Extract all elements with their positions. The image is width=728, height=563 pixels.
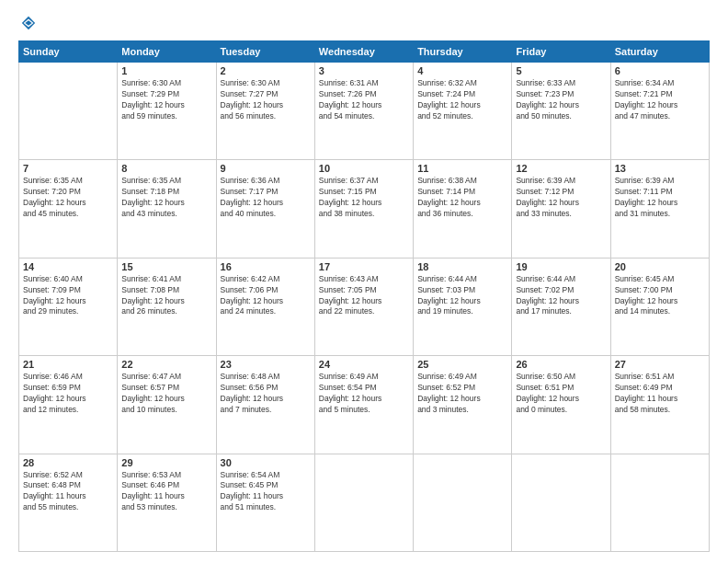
calendar-cell: 4Sunrise: 6:32 AMSunset: 7:24 PMDaylight… xyxy=(414,63,512,160)
day-info: Sunrise: 6:53 AMSunset: 6:46 PMDaylight:… xyxy=(121,470,211,514)
day-info: Sunrise: 6:33 AMSunset: 7:23 PMDaylight:… xyxy=(516,78,606,122)
day-number: 7 xyxy=(23,163,113,174)
day-info: Sunrise: 6:38 AMSunset: 7:14 PMDaylight:… xyxy=(417,176,507,220)
day-info: Sunrise: 6:45 AMSunset: 7:00 PMDaylight:… xyxy=(615,274,705,318)
day-info: Sunrise: 6:41 AMSunset: 7:08 PMDaylight:… xyxy=(121,274,211,318)
day-info: Sunrise: 6:34 AMSunset: 7:21 PMDaylight:… xyxy=(615,78,705,122)
calendar-cell: 24Sunrise: 6:49 AMSunset: 6:54 PMDayligh… xyxy=(314,356,413,454)
calendar-cell: 19Sunrise: 6:44 AMSunset: 7:02 PMDayligh… xyxy=(512,258,610,355)
calendar-week-row: 7Sunrise: 6:35 AMSunset: 7:20 PMDaylight… xyxy=(19,160,710,258)
calendar-cell: 30Sunrise: 6:54 AMSunset: 6:45 PMDayligh… xyxy=(216,454,314,551)
calendar-cell: 3Sunrise: 6:31 AMSunset: 7:26 PMDaylight… xyxy=(314,63,413,160)
weekday-header: Thursday xyxy=(414,41,512,63)
day-number: 18 xyxy=(417,261,507,272)
header xyxy=(18,15,710,31)
day-info: Sunrise: 6:50 AMSunset: 6:51 PMDaylight:… xyxy=(516,372,606,416)
calendar-cell: 15Sunrise: 6:41 AMSunset: 7:08 PMDayligh… xyxy=(118,258,216,355)
day-info: Sunrise: 6:43 AMSunset: 7:05 PMDaylight:… xyxy=(319,274,409,318)
calendar-cell: 22Sunrise: 6:47 AMSunset: 6:57 PMDayligh… xyxy=(118,356,216,454)
calendar-cell xyxy=(19,63,118,160)
calendar-cell: 23Sunrise: 6:48 AMSunset: 6:56 PMDayligh… xyxy=(216,356,314,454)
day-number: 14 xyxy=(23,261,113,272)
weekday-header: Sunday xyxy=(19,41,118,63)
calendar-cell: 7Sunrise: 6:35 AMSunset: 7:20 PMDaylight… xyxy=(19,160,118,258)
calendar-cell: 14Sunrise: 6:40 AMSunset: 7:09 PMDayligh… xyxy=(19,258,118,355)
calendar-cell: 20Sunrise: 6:45 AMSunset: 7:00 PMDayligh… xyxy=(610,258,709,355)
day-info: Sunrise: 6:37 AMSunset: 7:15 PMDaylight:… xyxy=(319,176,409,220)
day-number: 17 xyxy=(319,261,409,272)
day-number: 26 xyxy=(516,359,606,370)
day-number: 4 xyxy=(417,65,507,76)
day-number: 24 xyxy=(319,359,409,370)
day-info: Sunrise: 6:39 AMSunset: 7:12 PMDaylight:… xyxy=(516,176,606,220)
day-number: 8 xyxy=(121,163,211,174)
day-number: 28 xyxy=(23,457,113,468)
day-info: Sunrise: 6:35 AMSunset: 7:20 PMDaylight:… xyxy=(23,176,113,220)
calendar-cell: 6Sunrise: 6:34 AMSunset: 7:21 PMDaylight… xyxy=(610,63,709,160)
day-number: 3 xyxy=(319,65,409,76)
day-info: Sunrise: 6:52 AMSunset: 6:48 PMDaylight:… xyxy=(23,470,113,514)
weekday-header: Wednesday xyxy=(314,41,413,63)
day-info: Sunrise: 6:40 AMSunset: 7:09 PMDaylight:… xyxy=(23,274,113,318)
day-info: Sunrise: 6:49 AMSunset: 6:52 PMDaylight:… xyxy=(417,372,507,416)
day-number: 29 xyxy=(121,457,211,468)
day-info: Sunrise: 6:36 AMSunset: 7:17 PMDaylight:… xyxy=(221,176,311,220)
day-info: Sunrise: 6:48 AMSunset: 6:56 PMDaylight:… xyxy=(221,372,311,416)
day-number: 5 xyxy=(516,65,606,76)
day-number: 15 xyxy=(121,261,211,272)
day-info: Sunrise: 6:46 AMSunset: 6:59 PMDaylight:… xyxy=(23,372,113,416)
weekday-header: Friday xyxy=(512,41,610,63)
calendar: SundayMondayTuesdayWednesdayThursdayFrid… xyxy=(18,40,710,552)
weekday-header: Monday xyxy=(118,41,216,63)
day-number: 11 xyxy=(417,163,507,174)
calendar-week-row: 21Sunrise: 6:46 AMSunset: 6:59 PMDayligh… xyxy=(19,356,710,454)
day-number: 6 xyxy=(615,65,705,76)
calendar-header-row: SundayMondayTuesdayWednesdayThursdayFrid… xyxy=(19,41,710,63)
day-info: Sunrise: 6:30 AMSunset: 7:29 PMDaylight:… xyxy=(121,78,211,122)
logo-text xyxy=(18,15,37,31)
day-number: 13 xyxy=(615,163,705,174)
page: SundayMondayTuesdayWednesdayThursdayFrid… xyxy=(0,0,728,563)
day-number: 9 xyxy=(221,163,311,174)
calendar-cell: 9Sunrise: 6:36 AMSunset: 7:17 PMDaylight… xyxy=(216,160,314,258)
calendar-cell: 18Sunrise: 6:44 AMSunset: 7:03 PMDayligh… xyxy=(414,258,512,355)
calendar-cell: 12Sunrise: 6:39 AMSunset: 7:12 PMDayligh… xyxy=(512,160,610,258)
day-info: Sunrise: 6:49 AMSunset: 6:54 PMDaylight:… xyxy=(319,372,409,416)
day-number: 27 xyxy=(615,359,705,370)
day-number: 19 xyxy=(516,261,606,272)
day-number: 21 xyxy=(23,359,113,370)
day-number: 16 xyxy=(221,261,311,272)
calendar-cell: 26Sunrise: 6:50 AMSunset: 6:51 PMDayligh… xyxy=(512,356,610,454)
day-info: Sunrise: 6:54 AMSunset: 6:45 PMDaylight:… xyxy=(221,470,311,514)
logo xyxy=(18,15,37,31)
calendar-cell: 1Sunrise: 6:30 AMSunset: 7:29 PMDaylight… xyxy=(118,63,216,160)
calendar-cell: 2Sunrise: 6:30 AMSunset: 7:27 PMDaylight… xyxy=(216,63,314,160)
calendar-cell: 10Sunrise: 6:37 AMSunset: 7:15 PMDayligh… xyxy=(314,160,413,258)
weekday-header: Saturday xyxy=(610,41,709,63)
day-number: 20 xyxy=(615,261,705,272)
calendar-week-row: 1Sunrise: 6:30 AMSunset: 7:29 PMDaylight… xyxy=(19,63,710,160)
day-info: Sunrise: 6:44 AMSunset: 7:03 PMDaylight:… xyxy=(417,274,507,318)
day-info: Sunrise: 6:51 AMSunset: 6:49 PMDaylight:… xyxy=(615,372,705,416)
calendar-week-row: 28Sunrise: 6:52 AMSunset: 6:48 PMDayligh… xyxy=(19,454,710,551)
day-number: 22 xyxy=(121,359,211,370)
day-info: Sunrise: 6:47 AMSunset: 6:57 PMDaylight:… xyxy=(121,372,211,416)
calendar-cell: 21Sunrise: 6:46 AMSunset: 6:59 PMDayligh… xyxy=(19,356,118,454)
logo-icon xyxy=(20,15,37,31)
calendar-cell xyxy=(610,454,709,551)
day-info: Sunrise: 6:31 AMSunset: 7:26 PMDaylight:… xyxy=(319,78,409,122)
day-number: 10 xyxy=(319,163,409,174)
calendar-cell: 16Sunrise: 6:42 AMSunset: 7:06 PMDayligh… xyxy=(216,258,314,355)
calendar-cell: 28Sunrise: 6:52 AMSunset: 6:48 PMDayligh… xyxy=(19,454,118,551)
calendar-cell: 8Sunrise: 6:35 AMSunset: 7:18 PMDaylight… xyxy=(118,160,216,258)
day-number: 25 xyxy=(417,359,507,370)
calendar-cell: 25Sunrise: 6:49 AMSunset: 6:52 PMDayligh… xyxy=(414,356,512,454)
calendar-cell xyxy=(414,454,512,551)
weekday-header: Tuesday xyxy=(216,41,314,63)
day-number: 2 xyxy=(221,65,311,76)
calendar-cell: 5Sunrise: 6:33 AMSunset: 7:23 PMDaylight… xyxy=(512,63,610,160)
day-info: Sunrise: 6:44 AMSunset: 7:02 PMDaylight:… xyxy=(516,274,606,318)
day-number: 1 xyxy=(121,65,211,76)
calendar-cell xyxy=(512,454,610,551)
day-info: Sunrise: 6:30 AMSunset: 7:27 PMDaylight:… xyxy=(221,78,311,122)
